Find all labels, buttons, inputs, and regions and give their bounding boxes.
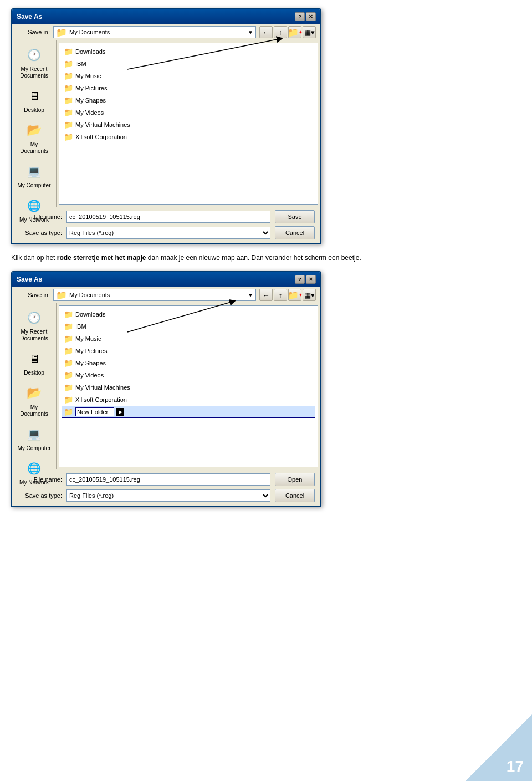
list-item[interactable]: 📁 My Shapes bbox=[62, 94, 315, 106]
folder-icon: 📁 bbox=[63, 108, 73, 118]
toolbar-icons-1: ← ↑ 📁✦ ▦▾ bbox=[259, 26, 316, 38]
save-in-value-2: My Documents bbox=[69, 292, 245, 298]
filename-label-2: File name: bbox=[18, 476, 62, 483]
list-item[interactable]: 📁 IBM bbox=[62, 320, 315, 333]
dialog-body-2: 🕐 My RecentDocuments 🖥 Desktop 📂 My Docu… bbox=[12, 303, 320, 469]
list-item[interactable]: 📁 My Pictures bbox=[62, 345, 315, 357]
folder-icon: 📁 bbox=[63, 120, 73, 130]
sidebar-item-mydocs[interactable]: 📂 My Documents bbox=[15, 119, 54, 156]
instruction-paragraph: Klik dan op het rode sterretje met het m… bbox=[11, 253, 521, 263]
new-folder-icon-2[interactable]: 📁✦ bbox=[288, 289, 301, 301]
views-icon-1[interactable]: ▦▾ bbox=[303, 26, 316, 38]
up-icon-1[interactable]: ↑ bbox=[274, 26, 287, 38]
filetype-select-2[interactable]: Reg Files (*.reg) bbox=[66, 489, 270, 502]
help-button-2[interactable]: ? bbox=[295, 275, 305, 284]
list-item[interactable]: 📁 My Videos bbox=[62, 106, 315, 119]
instruction-after: dan maak je een nieuwe map aan. Dan vera… bbox=[146, 254, 361, 262]
cancel-button-2[interactable]: Cancel bbox=[275, 489, 315, 502]
folder-icon: 📁 bbox=[63, 132, 73, 142]
open-button-2[interactable]: Open bbox=[275, 473, 315, 486]
toolbar-icons-2: ← ↑ 📁✦ ▦▾ bbox=[259, 289, 316, 301]
list-item[interactable]: 📁 IBM bbox=[62, 58, 315, 70]
close-button-2[interactable]: ✕ bbox=[306, 275, 316, 284]
back-icon-1[interactable]: ← bbox=[259, 26, 273, 38]
file-list-1[interactable]: 📁 Downloads 📁 IBM 📁 My Music 📁 My Pictur… bbox=[59, 43, 318, 205]
help-button-1[interactable]: ? bbox=[295, 12, 305, 21]
folder-icon: 📁 bbox=[63, 370, 73, 380]
folder-pictures-icon: 📁 bbox=[63, 83, 73, 93]
filetype-label-2: Save as type: bbox=[18, 492, 62, 499]
desktop-icon: 🖥 bbox=[24, 86, 44, 106]
sidebar-item-recent[interactable]: 🕐 My RecentDocuments bbox=[15, 44, 54, 80]
title-buttons-1: ? ✕ bbox=[295, 12, 316, 21]
save-in-value-1: My Documents bbox=[69, 29, 245, 35]
desktop-icon-2: 🖥 bbox=[24, 349, 44, 369]
save-in-label-2: Save in: bbox=[17, 292, 50, 298]
sidebar-item-recent-2[interactable]: 🕐 My RecentDocuments bbox=[15, 307, 54, 343]
folder-music-icon: 📁 bbox=[63, 334, 73, 344]
cancel-button-1[interactable]: Cancel bbox=[275, 226, 315, 239]
new-folder-input[interactable] bbox=[75, 407, 114, 416]
list-item[interactable]: 📁 My Videos bbox=[62, 369, 315, 381]
save-as-dialog-1: Save As ? ✕ Save in: 📁 My Documents ▼ ← … bbox=[11, 8, 321, 244]
folder-pictures-icon: 📁 bbox=[63, 346, 73, 356]
filetype-select-1[interactable]: Reg Files (*.reg) bbox=[66, 227, 270, 239]
list-item[interactable]: 📁 My Shapes bbox=[62, 357, 315, 369]
sidebar-item-mycomp[interactable]: 💻 My Computer bbox=[15, 160, 54, 190]
instruction-bold: rode sterretje met het mapje bbox=[57, 254, 146, 262]
list-item[interactable]: 📁 Downloads bbox=[62, 308, 315, 320]
list-item[interactable]: 📁 My Pictures bbox=[62, 82, 315, 94]
list-item[interactable]: 📁 My Music bbox=[62, 70, 315, 82]
folder-icon: 📁 bbox=[63, 47, 73, 57]
save-as-dialog-2: Save As ? ✕ Save in: 📁 My Documents ▼ ← … bbox=[11, 271, 321, 507]
folder-icon: 📁 bbox=[63, 382, 73, 392]
up-icon-2[interactable]: ↑ bbox=[274, 289, 287, 301]
list-item[interactable]: 📁 Xilisoft Corporation bbox=[62, 131, 315, 143]
rename-confirm-icon[interactable]: ▶ bbox=[116, 408, 124, 416]
folder-icon: 📁 bbox=[63, 309, 73, 319]
dialog-title-2: Save As bbox=[17, 275, 42, 283]
views-icon-2[interactable]: ▦▾ bbox=[303, 289, 316, 301]
mycomp-icon: 💻 bbox=[24, 161, 44, 181]
sidebar-item-desktop-2[interactable]: 🖥 Desktop bbox=[15, 348, 54, 377]
close-button-1[interactable]: ✕ bbox=[306, 12, 316, 21]
dialog-titlebar-2: Save As ? ✕ bbox=[12, 272, 320, 287]
list-item[interactable]: 📁 My Music bbox=[62, 333, 315, 345]
folder-icon: 📁 bbox=[63, 395, 73, 405]
dialog-toolbar-1: Save in: 📁 My Documents ▼ ← ↑ 📁✦ ▦▾ bbox=[12, 24, 320, 40]
dialog-footer-1: File name: Save Save as type: Reg Files … bbox=[12, 207, 320, 243]
filetype-label-1: Save as type: bbox=[18, 229, 62, 236]
recent-icon-2: 🕐 bbox=[24, 308, 44, 328]
save-button-1[interactable]: Save bbox=[275, 210, 315, 223]
folder-shapes-icon: 📁 bbox=[63, 358, 73, 368]
file-list-2[interactable]: 📁 Downloads 📁 IBM 📁 My Music 📁 My Pictur… bbox=[59, 305, 318, 467]
new-folder-icon-1[interactable]: 📁✦ bbox=[288, 26, 301, 38]
folder-music-icon: 📁 bbox=[63, 71, 73, 81]
dialog-body-1: 🕐 My RecentDocuments 🖥 Desktop 📂 My Docu… bbox=[12, 40, 320, 207]
new-folder-icon: 📁 bbox=[63, 407, 73, 417]
filename-input-1[interactable] bbox=[66, 211, 270, 223]
back-icon-2[interactable]: ← bbox=[259, 289, 273, 301]
sidebar-item-mycomp-2[interactable]: 💻 My Computer bbox=[15, 423, 54, 453]
dialog-sidebar-1: 🕐 My RecentDocuments 🖥 Desktop 📂 My Docu… bbox=[12, 40, 57, 207]
save-in-dropdown-1[interactable]: 📁 My Documents ▼ bbox=[53, 26, 256, 38]
list-item[interactable]: 📁 My Virtual Machines bbox=[62, 119, 315, 131]
filename-input-2[interactable] bbox=[66, 473, 270, 486]
save-in-label-1: Save in: bbox=[17, 29, 50, 35]
list-item[interactable]: 📁 Downloads bbox=[62, 45, 315, 58]
list-item[interactable]: 📁 Xilisoft Corporation bbox=[62, 394, 315, 406]
sidebar-item-mydocs-2[interactable]: 📂 My Documents bbox=[15, 382, 54, 418]
sidebar-item-desktop[interactable]: 🖥 Desktop bbox=[15, 85, 54, 115]
save-in-dropdown-2[interactable]: 📁 My Documents ▼ bbox=[53, 289, 256, 301]
filetype-row-2: Save as type: Reg Files (*.reg) Cancel bbox=[18, 489, 315, 502]
filetype-row-1: Save as type: Reg Files (*.reg) Cancel bbox=[18, 226, 315, 239]
mydocs-icon-2: 📂 bbox=[24, 383, 44, 403]
folder-icon: 📁 bbox=[63, 321, 73, 331]
filename-label-1: File name: bbox=[18, 213, 62, 220]
dialog-sidebar-2: 🕐 My RecentDocuments 🖥 Desktop 📂 My Docu… bbox=[12, 303, 57, 469]
title-buttons-2: ? ✕ bbox=[295, 275, 316, 284]
new-folder-item[interactable]: 📁 ▶ bbox=[62, 406, 315, 418]
dialog-titlebar-1: Save As ? ✕ bbox=[12, 9, 320, 24]
list-item[interactable]: 📁 My Virtual Machines bbox=[62, 381, 315, 394]
dialog-title-1: Save As bbox=[17, 13, 42, 21]
